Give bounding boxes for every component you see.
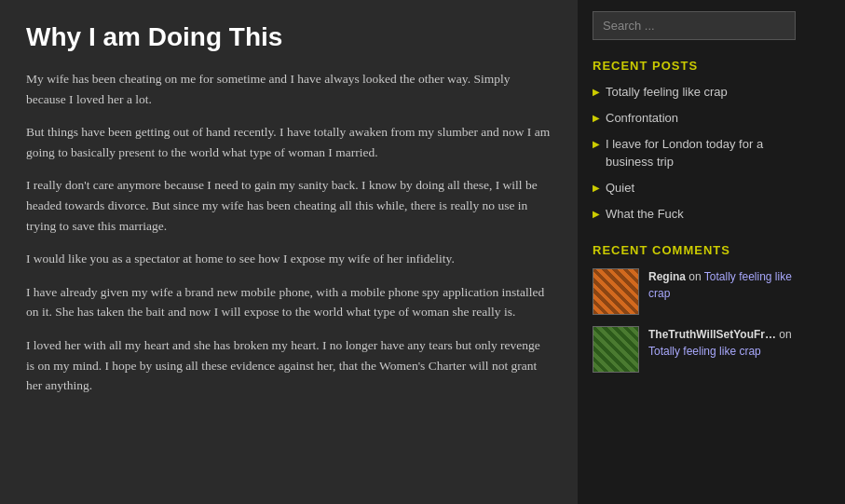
post-item-2[interactable]: ▶I leave for London today for a business… [593, 136, 796, 170]
article-paragraph-4: I have already given my wife a brand new… [26, 282, 552, 322]
sidebar: RECENT POSTS ▶Totally feeling like crap▶… [578, 0, 811, 504]
post-link-1[interactable]: Confrontation [606, 110, 678, 127]
main-content: Why I am Doing This My wife has been che… [0, 0, 578, 504]
posts-list: ▶Totally feeling like crap▶Confrontation… [593, 84, 796, 223]
comments-list: Regina on Totally feeling like crapTheTr… [593, 268, 796, 373]
comment-avatar-1 [593, 326, 639, 373]
article-paragraph-0: My wife has been cheating on me for some… [26, 69, 552, 109]
post-item-1[interactable]: ▶Confrontation [593, 110, 796, 127]
post-arrow-icon: ▶ [593, 87, 600, 97]
post-link-0[interactable]: Totally feeling like crap [606, 84, 728, 101]
recent-posts-title: RECENT POSTS [593, 59, 796, 73]
recent-posts-section: RECENT POSTS ▶Totally feeling like crap▶… [593, 59, 796, 223]
post-arrow-icon: ▶ [593, 113, 600, 123]
article-paragraph-2: I really don't care anymore because I ne… [26, 175, 552, 236]
search-input[interactable] [593, 11, 796, 40]
comment-text-1: TheTruthWillSetYouFr… on Totally feeling… [648, 326, 796, 360]
post-link-4[interactable]: What the Fuck [606, 206, 684, 223]
comment-text-0: Regina on Totally feeling like crap [648, 268, 796, 302]
article-paragraph-1: But things have been getting out of hand… [26, 122, 552, 162]
post-arrow-icon: ▶ [593, 209, 600, 219]
comment-item-0: Regina on Totally feeling like crap [593, 268, 796, 315]
page-title: Why I am Doing This [26, 22, 552, 52]
post-item-0[interactable]: ▶Totally feeling like crap [593, 84, 796, 101]
comment-item-1: TheTruthWillSetYouFr… on Totally feeling… [593, 326, 796, 373]
post-link-3[interactable]: Quiet [606, 180, 634, 197]
post-arrow-icon: ▶ [593, 183, 600, 193]
comment-link-1[interactable]: Totally feeling like crap [648, 345, 761, 358]
post-arrow-icon: ▶ [593, 139, 600, 149]
recent-comments-section: RECENT COMMENTS Regina on Totally feelin… [593, 243, 796, 373]
article-body: My wife has been cheating on me for some… [26, 69, 552, 396]
post-item-4[interactable]: ▶What the Fuck [593, 206, 796, 223]
comment-avatar-0 [593, 268, 639, 315]
post-item-3[interactable]: ▶Quiet [593, 180, 796, 197]
recent-comments-title: RECENT COMMENTS [593, 243, 796, 257]
comment-on-1: on [779, 328, 791, 341]
article-paragraph-5: I loved her with all my heart and she ha… [26, 335, 552, 396]
comment-on-0: on [688, 270, 703, 283]
comment-author-0: Regina [648, 270, 688, 283]
post-link-2[interactable]: I leave for London today for a business … [606, 136, 796, 170]
article-paragraph-3: I would like you as a spectator at home … [26, 249, 552, 269]
comment-author-1: TheTruthWillSetYouFr… [648, 328, 779, 341]
